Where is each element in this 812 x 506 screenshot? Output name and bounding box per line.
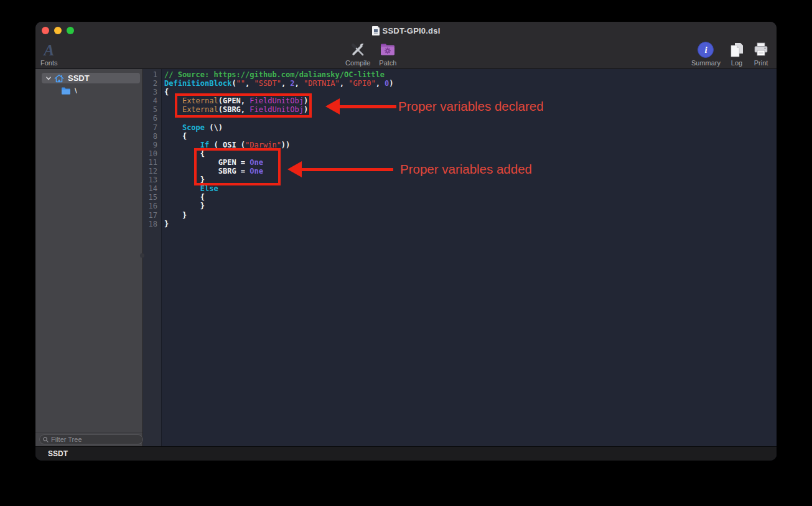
disclosure-chevron-icon[interactable]: [45, 75, 52, 82]
code-line: 18}: [143, 220, 777, 228]
code-line: 7 Scope (\): [143, 123, 777, 132]
tree-item-label: \: [75, 86, 77, 95]
tree-item-ssdt[interactable]: SSDT: [35, 73, 142, 83]
toolbar: A Fonts Compile: [35, 39, 777, 69]
line-number: 5: [143, 105, 161, 114]
patch-button[interactable]: Patch: [379, 41, 396, 67]
log-icon: [729, 42, 744, 58]
fonts-label: Fonts: [40, 60, 58, 67]
window-title: SSDT-GPI0.dsl: [383, 26, 441, 35]
patch-label: Patch: [379, 60, 396, 67]
print-button[interactable]: Print: [753, 41, 769, 67]
sidebar-tree-panel: SSDT \: [35, 69, 143, 446]
line-number: 14: [143, 184, 161, 193]
tree-item-root-scope[interactable]: \: [35, 85, 142, 96]
code-line: 16 }: [143, 202, 777, 210]
log-label: Log: [731, 60, 742, 67]
code-line: 1// Source: https://github.com/daliansky…: [143, 70, 777, 79]
house-icon: [54, 74, 64, 83]
traffic-lights: [42, 27, 74, 34]
line-number: 11: [143, 158, 161, 167]
filter-tree-input[interactable]: [51, 436, 139, 443]
line-number: 4: [143, 96, 161, 105]
arrow-shaft: [301, 168, 393, 171]
arrow-head-icon: [325, 98, 340, 115]
code-line: 14 Else: [143, 184, 777, 193]
status-path: SSDT: [48, 449, 68, 458]
line-number: 9: [143, 141, 161, 149]
code-line: 17 }: [143, 211, 777, 220]
print-label: Print: [754, 60, 768, 67]
window-title-group: SSDT-GPI0.dsl: [372, 26, 441, 35]
splitter-handle[interactable]: [140, 253, 144, 258]
line-number: 17: [143, 211, 161, 220]
fonts-icon: A: [44, 42, 54, 58]
main-content: SSDT \ 1// Sour: [35, 69, 777, 446]
line-number: 2: [143, 79, 161, 88]
line-number: 7: [143, 123, 161, 132]
fonts-button[interactable]: A Fonts: [40, 41, 58, 67]
minimize-button[interactable]: [54, 27, 62, 34]
close-button[interactable]: [42, 27, 49, 34]
line-number: 15: [143, 193, 161, 202]
annotation-box-added: [194, 148, 281, 185]
status-bar: SSDT: [35, 446, 777, 461]
line-number: 1: [143, 70, 161, 79]
summary-info-icon: i: [698, 42, 714, 58]
line-number: 6: [143, 114, 161, 123]
app-window: SSDT-GPI0.dsl A Fonts Compile: [35, 22, 777, 461]
arrow-head-icon: [287, 161, 302, 177]
annotation-box-declared: [175, 93, 312, 118]
print-icon: [753, 42, 769, 58]
compile-icon: [350, 42, 366, 58]
code-line: 15 {: [143, 193, 777, 202]
summary-label: Summary: [691, 60, 721, 67]
line-number: 12: [143, 167, 161, 176]
summary-button[interactable]: i Summary: [691, 41, 721, 67]
line-number: 10: [143, 149, 161, 158]
line-number: 13: [143, 176, 161, 184]
zoom-button[interactable]: [67, 27, 74, 34]
code-line: 2DefinitionBlock("", "SSDT", 2, "DRTNIA"…: [143, 79, 777, 88]
arrow-shaft: [338, 105, 396, 108]
code-editor[interactable]: 1// Source: https://github.com/daliansky…: [143, 69, 777, 446]
patch-icon: [380, 42, 396, 58]
code-line: 8 {: [143, 132, 777, 141]
tree-item-label: SSDT: [68, 73, 90, 83]
line-number: 16: [143, 202, 161, 210]
compile-label: Compile: [345, 60, 370, 67]
annotation-text-added: Proper variables added: [400, 162, 532, 177]
document-icon: [372, 26, 380, 35]
line-number: 8: [143, 132, 161, 141]
folder-icon: [61, 87, 71, 95]
log-button[interactable]: Log: [729, 41, 744, 67]
line-number: 3: [143, 88, 161, 96]
sidebar-filter-bar: [35, 432, 142, 446]
title-bar[interactable]: SSDT-GPI0.dsl: [35, 22, 777, 39]
search-icon: [43, 437, 49, 443]
line-number: 18: [143, 220, 161, 228]
annotation-text-declared: Proper variables declared: [398, 99, 544, 114]
compile-button[interactable]: Compile: [345, 41, 370, 67]
filter-field[interactable]: [39, 434, 143, 444]
